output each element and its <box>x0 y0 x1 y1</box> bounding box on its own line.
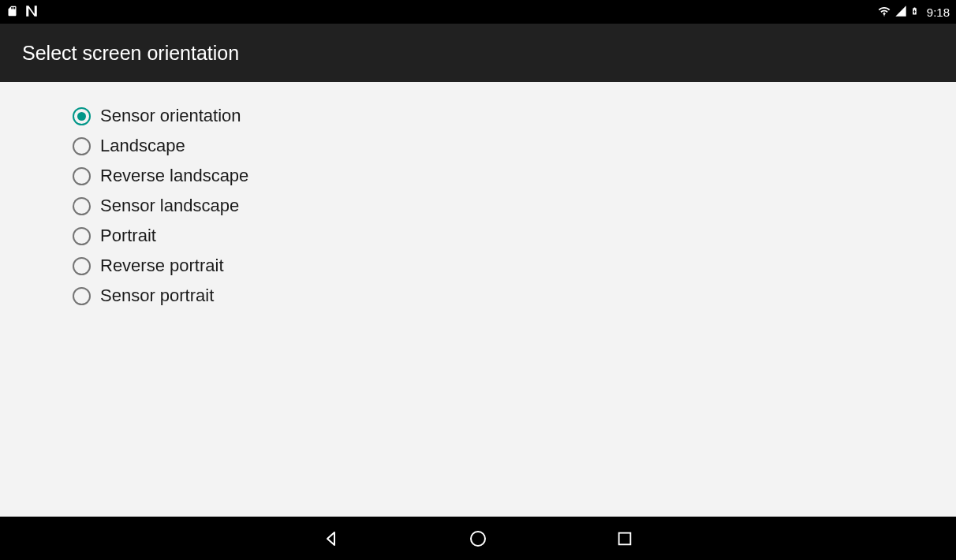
radio-option[interactable]: Portrait <box>73 221 956 251</box>
radio-option-label: Landscape <box>100 136 185 156</box>
app-bar: Select screen orientation <box>0 24 956 82</box>
svg-rect-1 <box>883 15 884 16</box>
radio-option[interactable]: Sensor landscape <box>73 191 956 221</box>
radio-option-label: Reverse landscape <box>100 166 248 186</box>
radio-button-icon <box>73 197 91 215</box>
status-left <box>6 4 39 21</box>
content-area: Sensor orientationLandscapeReverse lands… <box>0 82 956 517</box>
svg-rect-3 <box>619 532 631 544</box>
recent-apps-button[interactable] <box>614 528 635 549</box>
radio-option[interactable]: Sensor orientation <box>73 101 956 131</box>
svg-point-2 <box>471 532 485 546</box>
radio-button-icon <box>73 287 91 305</box>
home-button[interactable] <box>468 528 488 549</box>
radio-option[interactable]: Reverse portrait <box>73 251 956 281</box>
radio-group: Sensor orientationLandscapeReverse lands… <box>73 101 956 311</box>
radio-option-label: Sensor orientation <box>100 106 241 126</box>
radio-option-label: Reverse portrait <box>100 256 224 276</box>
radio-button-icon <box>73 227 91 245</box>
radio-button-icon <box>73 167 91 185</box>
wifi-icon <box>877 5 891 20</box>
page-title: Select screen orientation <box>22 42 239 65</box>
status-clock: 9:18 <box>927 6 950 19</box>
navigation-bar <box>0 517 956 560</box>
radio-option[interactable]: Sensor portrait <box>73 281 956 311</box>
radio-option[interactable]: Landscape <box>73 131 956 161</box>
radio-option-label: Sensor portrait <box>100 286 214 306</box>
sd-card-icon <box>6 4 18 21</box>
n-preview-icon <box>24 4 39 21</box>
radio-option-label: Portrait <box>100 226 156 246</box>
radio-button-icon <box>73 107 91 125</box>
radio-button-icon <box>73 137 91 155</box>
battery-charging-icon <box>910 4 919 21</box>
status-right: 9:18 <box>877 4 950 21</box>
radio-option[interactable]: Reverse landscape <box>73 161 956 191</box>
signal-icon <box>894 5 907 20</box>
back-button[interactable] <box>321 528 342 549</box>
radio-option-label: Sensor landscape <box>100 196 239 216</box>
svg-rect-0 <box>883 12 884 14</box>
radio-button-icon <box>73 257 91 275</box>
status-bar: 9:18 <box>0 0 956 24</box>
